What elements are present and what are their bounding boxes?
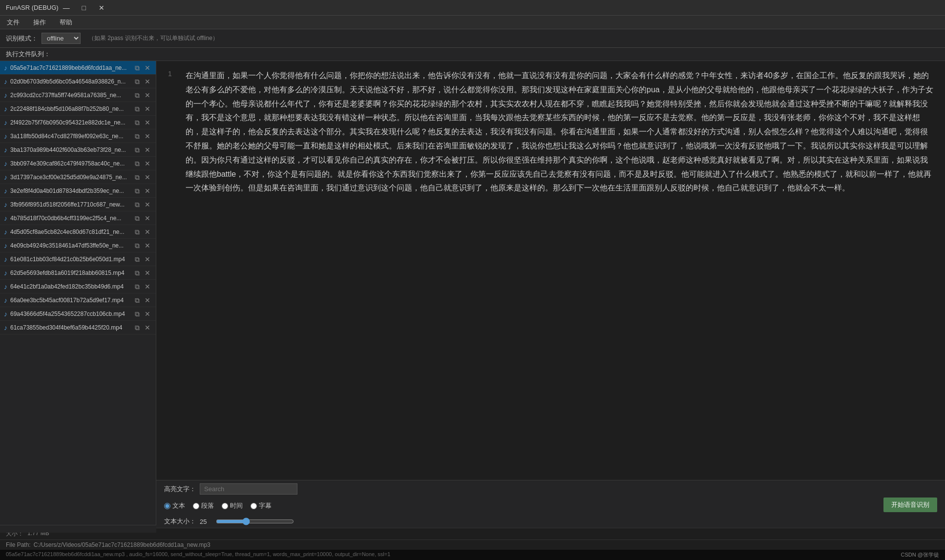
copy-button[interactable]: ⧉ (133, 146, 141, 153)
file-item[interactable]: ♪ 62d5e5693efdb81a6019f218abb60815.mp4 ⧉… (0, 266, 156, 280)
copy-button[interactable]: ⧉ (133, 174, 141, 181)
copy-button[interactable]: ⧉ (133, 297, 141, 304)
copy-button[interactable]: ⧉ (133, 133, 141, 140)
music-icon: ♪ (4, 255, 7, 263)
delete-button[interactable]: ✕ (143, 174, 152, 181)
file-item[interactable]: ♪ 3ba1370a989b4402f600a3b63eb73f28_ne...… (0, 143, 156, 157)
file-item[interactable]: ♪ 3e2ef8f4d0a4b01d87834dbdf2b359ec_ne...… (0, 184, 156, 198)
radio-time[interactable]: 时间 (222, 501, 243, 510)
start-recognition-button[interactable]: 开始语音识别 (883, 498, 937, 512)
file-item[interactable]: ♪ 2c22488f184cbbf5d106a88f7b252b80_ne...… (0, 102, 156, 116)
copy-button[interactable]: ⧉ (133, 160, 141, 167)
radio-para[interactable]: 段落 (193, 501, 214, 510)
copy-button[interactable]: ⧉ (133, 64, 141, 71)
transcript-content: 1 在沟通里面，如果一个人你觉得他有什么问题，你把你的想法说出来，他告诉你没有没… (156, 61, 945, 480)
file-item[interactable]: ♪ 61e081c1bb03cf84d21c0b25b6e050d1.mp4 ⧉… (0, 252, 156, 266)
file-item[interactable]: ♪ 05a5e71ac7c71621889beb6d6fcdd1aa_ne...… (0, 61, 156, 75)
delete-button[interactable]: ✕ (143, 201, 152, 208)
delete-button[interactable]: ✕ (143, 283, 152, 290)
delete-button[interactable]: ✕ (143, 324, 152, 331)
delete-button[interactable]: ✕ (143, 256, 152, 263)
music-icon: ♪ (4, 173, 7, 181)
file-actions: ⧉ ✕ (133, 64, 152, 71)
delete-button[interactable]: ✕ (143, 187, 152, 194)
delete-button[interactable]: ✕ (143, 133, 152, 140)
view-options: 文本 段落 时间 字幕 (164, 501, 297, 510)
delete-button[interactable]: ✕ (143, 146, 152, 153)
file-item[interactable]: ♪ 3a118fb50d84c47cd827f89ef092e63c_ne...… (0, 129, 156, 143)
file-item[interactable]: ♪ 61ca73855bed304f4bef6a59b4425f20.mp4 ⧉… (0, 321, 156, 334)
file-item[interactable]: ♪ 66a0ee3bc5b45acf00817b72a5d9ef17.mp4 ⧉… (0, 293, 156, 307)
copy-button[interactable]: ⧉ (133, 283, 141, 290)
copy-button[interactable]: ⧉ (133, 201, 141, 208)
music-icon: ♪ (4, 78, 7, 85)
file-name: 3ba1370a989b4402f600a3b63eb73f28_ne... (10, 146, 133, 153)
maximize-button[interactable]: □ (76, 2, 92, 13)
radio-text-input[interactable] (164, 503, 170, 509)
delete-button[interactable]: ✕ (143, 160, 152, 167)
app-title: FunASR (DEBUG) (6, 4, 59, 11)
copy-button[interactable]: ⧉ (133, 215, 141, 222)
delete-button[interactable]: ✕ (143, 215, 152, 222)
copy-button[interactable]: ⧉ (133, 119, 141, 126)
copy-button[interactable]: ⧉ (133, 270, 141, 276)
radio-subtitle-input[interactable] (251, 503, 257, 509)
mode-select[interactable]: offline 2pass online (42, 33, 81, 44)
radio-text[interactable]: 文本 (164, 501, 185, 510)
copy-button[interactable]: ⧉ (133, 228, 141, 235)
file-item[interactable]: ♪ 4b785d18f70c0db6b4cff3199ec2f5c4_ne...… (0, 211, 156, 225)
file-name: 3fb956f8951d518f2056ffe17710c687_new... (10, 201, 133, 208)
music-icon: ♪ (4, 324, 7, 332)
file-item[interactable]: ♪ 3bb0974e309caf862c479f49758ac40c_ne...… (0, 157, 156, 170)
radio-time-input[interactable] (222, 503, 228, 509)
file-item[interactable]: ♪ 2c993cd2cc737ffa5ff74e9581a76385_ne...… (0, 88, 156, 102)
copy-button[interactable]: ⧉ (133, 187, 141, 194)
copy-button[interactable]: ⧉ (133, 256, 141, 263)
music-icon: ♪ (4, 201, 7, 208)
delete-button[interactable]: ✕ (143, 119, 152, 126)
menu-operate[interactable]: 操作 (30, 17, 49, 28)
delete-button[interactable]: ✕ (143, 92, 152, 99)
file-list: ♪ 05a5e71ac7c71621889beb6d6fcdd1aa_ne...… (0, 61, 156, 528)
file-item[interactable]: ♪ 02d0b6703d9b5d6bc05a46548a938826_n... … (0, 75, 156, 88)
radio-subtitle[interactable]: 字幕 (251, 501, 272, 510)
copy-button[interactable]: ⧉ (133, 311, 141, 317)
file-name: 61ca73855bed304f4bef6a59b4425f20.mp4 (10, 324, 133, 331)
copy-button[interactable]: ⧉ (133, 324, 141, 331)
highlight-input[interactable] (200, 483, 297, 495)
music-icon: ♪ (4, 64, 7, 72)
file-actions: ⧉ ✕ (133, 105, 152, 112)
file-item[interactable]: ♪ 3fb956f8951d518f2056ffe17710c687_new..… (0, 198, 156, 211)
menu-bar: 文件 操作 帮助 (0, 16, 945, 29)
delete-button[interactable]: ✕ (143, 228, 152, 235)
menu-help[interactable]: 帮助 (57, 17, 75, 28)
file-actions: ⧉ ✕ (133, 187, 152, 194)
font-size-slider[interactable] (216, 518, 294, 525)
copy-button[interactable]: ⧉ (133, 78, 141, 85)
minimize-button[interactable]: — (59, 2, 74, 13)
copy-button[interactable]: ⧉ (133, 92, 141, 99)
delete-button[interactable]: ✕ (143, 78, 152, 85)
file-item[interactable]: ♪ 4e09cb49249c3518461a47df53ffe50e_ne...… (0, 239, 156, 252)
delete-button[interactable]: ✕ (143, 270, 152, 276)
file-item[interactable]: ♪ 69a43666d5f4a25543652287ccb106cb.mp4 ⧉… (0, 307, 156, 321)
delete-button[interactable]: ✕ (143, 311, 152, 317)
music-icon: ♪ (4, 310, 7, 318)
file-name: 64e41c2bf1a0ab42fed182bc35bb49d6.mp4 (10, 283, 133, 290)
close-button[interactable]: ✕ (94, 2, 109, 13)
delete-button[interactable]: ✕ (143, 297, 152, 304)
file-item[interactable]: ♪ 2f4922b75f76b0950c954321e882dc1e_ne...… (0, 116, 156, 129)
file-item[interactable]: ♪ 64e41c2bf1a0ab42fed182bc35bb49d6.mp4 ⧉… (0, 280, 156, 293)
menu-file[interactable]: 文件 (4, 17, 22, 28)
radio-para-input[interactable] (193, 503, 199, 509)
copy-button[interactable]: ⧉ (133, 242, 141, 249)
delete-button[interactable]: ✕ (143, 105, 152, 112)
delete-button[interactable]: ✕ (143, 64, 152, 71)
toolbar-hint: （如果 2pass 识别不出来，可以单独试试 offline） (88, 34, 218, 42)
copy-button[interactable]: ⧉ (133, 105, 141, 112)
file-name: 61e081c1bb03cf84d21c0b25b6e050d1.mp4 (10, 256, 133, 263)
delete-button[interactable]: ✕ (143, 242, 152, 249)
file-item[interactable]: ♪ 3d17397ace3cf00e325d5d09e9a24875_ne...… (0, 170, 156, 184)
file-item[interactable]: ♪ 4d5d05cf8ae5cb82c4ec80d67c81df21_ne...… (0, 225, 156, 239)
title-bar: FunASR (DEBUG) — □ ✕ (0, 0, 945, 16)
